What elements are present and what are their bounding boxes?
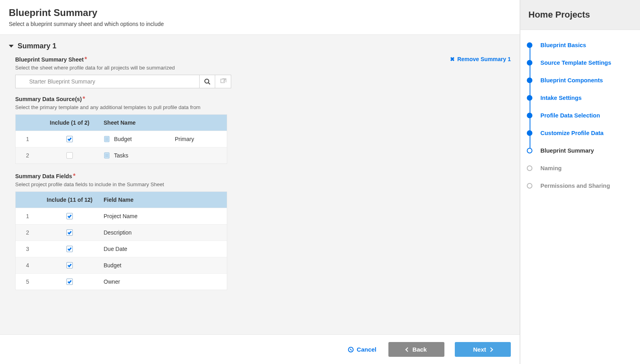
row-number: 1	[16, 208, 40, 224]
wizard-step[interactable]: Customize Profile Data	[527, 130, 634, 147]
wizard-step: Permissions and Sharing	[527, 183, 634, 189]
footer-bar: Cancel Back Next	[0, 334, 520, 364]
page-subtitle: Select a blueprint summary sheet and whi…	[9, 21, 511, 27]
row-field-name: Description	[100, 225, 227, 241]
include-checkbox[interactable]	[66, 246, 73, 252]
remove-summary-button[interactable]: ✖ Remove Summary 1	[450, 56, 511, 62]
fields-table: Include (11 of 12) Field Name 1 Project …	[15, 191, 227, 290]
wizard-step[interactable]: Blueprint Basics	[527, 42, 634, 60]
sheet-label: Blueprint Summary Sheet	[15, 56, 84, 63]
summary-collapse-toggle[interactable]: Summary 1	[9, 42, 511, 50]
row-sheet-cell: Budget	[100, 131, 171, 147]
row-sheet-name: Budget	[114, 136, 132, 142]
wizard-step[interactable]: Profile Data Selection	[527, 112, 634, 130]
cancel-button[interactable]: Cancel	[346, 342, 378, 357]
include-checkbox[interactable]	[66, 278, 73, 285]
sheet-section-row: Blueprint Summary Sheet* Select the shee…	[15, 56, 511, 75]
chevron-right-icon	[489, 347, 493, 352]
page-header: Blueprint Summary Select a blueprint sum…	[0, 0, 520, 34]
step-connector	[530, 135, 530, 148]
step-dot-icon	[527, 113, 532, 118]
wizard-step[interactable]: Blueprint Components	[527, 77, 634, 95]
content-scroll[interactable]: Summary 1 Blueprint Summary Sheet* Selec…	[0, 34, 520, 334]
step-label: Profile Data Selection	[540, 112, 600, 119]
step-dot-icon	[527, 183, 532, 189]
sidebar-title: Home Projects	[520, 0, 640, 30]
include-checkbox[interactable]	[66, 229, 73, 236]
row-role	[171, 147, 227, 163]
include-checkbox[interactable]	[66, 136, 73, 142]
row-include-cell	[40, 225, 100, 241]
cancel-icon	[348, 347, 354, 352]
fields-help: Select project profile data fields to in…	[15, 181, 511, 187]
row-number: 4	[16, 257, 40, 273]
chevron-left-icon	[405, 347, 410, 352]
sheet-open-button[interactable]	[215, 75, 231, 88]
sheet-search-button[interactable]	[199, 75, 215, 88]
step-dot-icon	[527, 130, 532, 136]
svg-line-5	[208, 83, 210, 84]
required-marker: *	[82, 95, 85, 102]
fields-col-include: Include (11 of 12)	[40, 192, 100, 208]
sidebar: Home Projects Blueprint Basics Source Te…	[520, 0, 640, 364]
row-field-name: Project Name	[100, 208, 227, 224]
step-dot-icon	[527, 165, 532, 171]
row-sheet-cell: Tasks	[100, 147, 171, 163]
sheet-input[interactable]	[15, 75, 199, 88]
next-label: Next	[473, 346, 486, 353]
row-include-cell	[40, 147, 100, 163]
sources-col-role	[171, 115, 227, 131]
wizard-step: Blueprint Summary	[527, 147, 634, 165]
step-label: Customize Profile Data	[540, 130, 604, 136]
sheet-input-wrap	[15, 75, 199, 88]
sources-label-block: Summary Data Source(s)* Select the prima…	[15, 95, 511, 110]
svg-point-4	[205, 79, 209, 83]
step-label: Permissions and Sharing	[540, 183, 610, 189]
table-row: 2 Description	[16, 224, 227, 241]
row-include-cell	[40, 208, 100, 224]
sources-thead: Include (1 of 2) Sheet Name	[16, 115, 227, 131]
sources-tbody: 1 Budget Primary 2 Tasks	[16, 131, 227, 163]
include-checkbox[interactable]	[66, 152, 73, 159]
next-button[interactable]: Next	[455, 342, 511, 357]
step-connector	[530, 100, 530, 113]
step-connector	[530, 118, 530, 131]
step-connector	[530, 83, 530, 95]
wizard-step[interactable]: Intake Settings	[527, 95, 634, 112]
step-dot-icon	[527, 148, 532, 153]
back-button[interactable]: Back	[388, 342, 444, 357]
row-number: 3	[16, 241, 40, 257]
step-connector	[530, 65, 530, 78]
page-title: Blueprint Summary	[9, 7, 511, 18]
summary-title: Summary 1	[18, 42, 56, 50]
table-row: 5 Owner	[16, 273, 227, 290]
row-field-name: Budget	[100, 257, 227, 273]
back-label: Back	[412, 346, 427, 353]
wizard-steps: Blueprint Basics Source Template Setting…	[520, 30, 640, 201]
row-include-cell	[40, 131, 100, 147]
table-row: 3 Due Date	[16, 241, 227, 257]
include-checkbox[interactable]	[66, 262, 73, 269]
sheet-icon	[104, 136, 110, 142]
required-marker: *	[84, 56, 87, 63]
sheet-label-block: Blueprint Summary Sheet* Select the shee…	[15, 56, 175, 75]
row-number: 2	[16, 225, 40, 241]
row-number: 1	[16, 131, 40, 147]
row-role: Primary	[171, 131, 227, 147]
close-icon: ✖	[450, 56, 455, 62]
step-dot-icon	[527, 95, 532, 101]
fields-col-num	[16, 192, 40, 208]
step-label: Intake Settings	[540, 95, 582, 101]
wizard-step[interactable]: Source Template Settings	[527, 60, 634, 77]
row-include-cell	[40, 257, 100, 273]
table-row: 4 Budget	[16, 257, 227, 273]
main-pane: Blueprint Summary Select a blueprint sum…	[0, 0, 520, 364]
summary-body: Blueprint Summary Sheet* Select the shee…	[9, 56, 511, 290]
fields-thead: Include (11 of 12) Field Name	[16, 192, 227, 208]
step-label: Blueprint Basics	[540, 42, 586, 48]
table-row: 2 Tasks	[16, 147, 227, 163]
include-checkbox[interactable]	[66, 213, 73, 219]
fields-col-field: Field Name	[100, 192, 227, 208]
caret-down-icon	[9, 45, 14, 48]
row-sheet-name: Tasks	[114, 152, 128, 159]
